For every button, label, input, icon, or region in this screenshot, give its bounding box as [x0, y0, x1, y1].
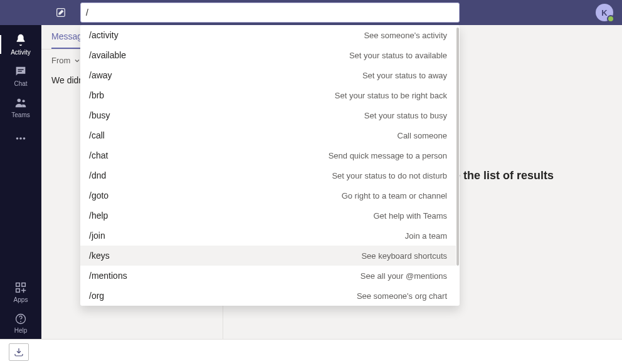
svg-point-6: [19, 137, 22, 140]
rail-apps-label: Apps: [14, 296, 28, 303]
search-input[interactable]: [86, 8, 454, 18]
svg-point-12: [20, 321, 21, 322]
command-name: /org: [89, 291, 104, 301]
more-icon: [14, 132, 28, 145]
command-desc: Set your status to busy: [364, 111, 447, 120]
command-name: /activity: [89, 30, 119, 40]
command-name: /mentions: [89, 271, 127, 281]
command-desc: Join a team: [405, 231, 447, 241]
apps-icon: [14, 281, 28, 294]
command-name: /join: [89, 231, 105, 241]
rail-teams-label: Teams: [11, 112, 29, 118]
rail-activity-label: Activity: [11, 49, 31, 56]
command-item[interactable]: /availableSet your status to available: [80, 45, 456, 65]
command-name: /keys: [89, 251, 110, 261]
chevron-down-icon: [74, 58, 80, 64]
rail-chat[interactable]: Chat: [0, 60, 41, 91]
command-desc: See someone's activity: [364, 31, 447, 40]
svg-point-3: [18, 99, 21, 103]
command-item[interactable]: /brbSet your status to be right back: [80, 85, 456, 105]
command-item[interactable]: /helpGet help with Teams: [80, 205, 456, 226]
svg-rect-8: [16, 283, 20, 287]
download-icon: [13, 346, 24, 358]
svg-point-7: [23, 137, 26, 140]
app-header: K: [0, 0, 622, 25]
teams-icon: [14, 96, 28, 110]
filter-from-label: From: [51, 56, 70, 65]
rail-more[interactable]: [0, 123, 41, 154]
command-desc: Set your status to available: [349, 51, 447, 60]
command-name: /call: [89, 130, 105, 140]
rail-help[interactable]: Help: [0, 308, 41, 339]
help-icon: [14, 313, 27, 325]
rail-chat-label: Chat: [14, 80, 27, 87]
svg-rect-10: [16, 289, 20, 293]
command-desc: See someone's org chart: [357, 291, 447, 301]
command-name: /brb: [89, 90, 104, 100]
rail-help-label: Help: [14, 327, 28, 334]
bell-icon: [14, 33, 28, 47]
command-name: /goto: [89, 190, 108, 200]
command-item[interactable]: /awaySet your status to away: [80, 65, 456, 85]
command-desc: See keyboard shortcuts: [361, 251, 447, 261]
command-item[interactable]: /orgSee someone's org chart: [80, 286, 456, 306]
command-desc: Set your status to away: [362, 71, 447, 80]
command-name: /away: [89, 70, 112, 80]
svg-point-5: [16, 137, 19, 140]
compose-icon: [55, 7, 66, 18]
download-bar: [0, 339, 622, 364]
command-item[interactable]: /busySet your status to busy: [80, 105, 456, 125]
svg-rect-9: [22, 283, 26, 287]
command-item[interactable]: /gotoGo right to a team or channel: [80, 185, 456, 205]
compose-button[interactable]: [41, 7, 80, 18]
command-item[interactable]: /mentionsSee all your @mentions: [80, 266, 456, 286]
command-desc: Go right to a team or channel: [342, 191, 447, 200]
svg-point-4: [22, 100, 24, 102]
command-item[interactable]: /callCall someone: [80, 125, 456, 145]
svg-rect-1: [18, 69, 23, 70]
command-item[interactable]: /activitySee someone's activity: [80, 25, 456, 45]
command-dropdown: /activitySee someone's activity/availabl…: [80, 25, 460, 306]
command-desc: Set your status to be right back: [335, 91, 447, 100]
rail-activity[interactable]: Activity: [0, 29, 41, 60]
command-name: /help: [89, 211, 108, 221]
rail-teams[interactable]: Teams: [0, 91, 41, 123]
command-desc: Set your status to do not disturb: [332, 171, 447, 180]
command-item[interactable]: /dndSet your status to do not disturb: [80, 165, 456, 185]
command-desc: Send quick message to a person: [329, 151, 447, 160]
command-item[interactable]: /joinJoin a team: [80, 226, 456, 246]
search-box[interactable]: [80, 3, 460, 23]
download-button[interactable]: [9, 343, 29, 361]
command-name: /available: [89, 50, 126, 60]
app-rail: Activity Chat Teams: [0, 25, 41, 339]
avatar-initial: K: [601, 8, 607, 18]
chat-icon: [14, 65, 28, 78]
command-name: /chat: [89, 150, 108, 160]
rail-apps[interactable]: Apps: [0, 276, 41, 308]
presence-badge: [607, 15, 614, 23]
command-desc: Get help with Teams: [373, 211, 447, 221]
command-list: /activitySee someone's activity/availabl…: [80, 25, 456, 306]
dropdown-scrollbar[interactable]: [456, 25, 460, 306]
svg-rect-2: [18, 71, 21, 71]
command-name: /dnd: [89, 170, 106, 180]
command-item[interactable]: /chatSend quick message to a person: [80, 145, 456, 165]
command-desc: Call someone: [398, 131, 448, 140]
command-desc: See all your @mentions: [361, 271, 447, 281]
command-item[interactable]: /keysSee keyboard shortcuts: [80, 246, 456, 266]
avatar[interactable]: K: [596, 4, 613, 21]
command-name: /busy: [89, 110, 110, 120]
